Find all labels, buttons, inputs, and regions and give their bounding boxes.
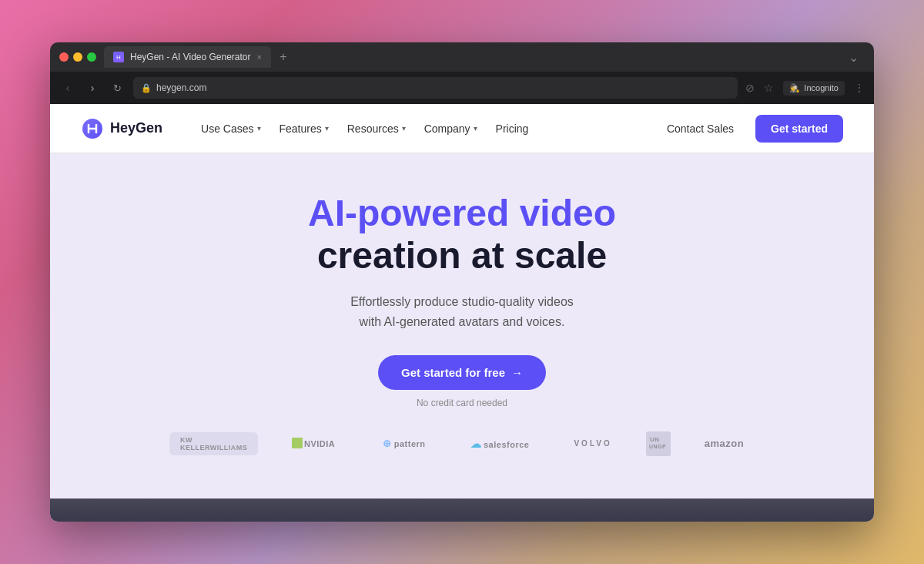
address-bar: ‹ › ↻ 🔒 heygen.com ⊘ ☆ 🕵 Incognito ⋮	[50, 72, 874, 104]
partner-logos-row: KWKELLERWILLIAMS NVIDIA ⊕pattern ☁salesf…	[169, 431, 755, 456]
logo-un: UN UNGP	[646, 431, 671, 456]
svg-text:UNGP: UNGP	[649, 444, 666, 449]
eye-off-icon[interactable]: ⊘	[745, 82, 755, 94]
tab-title: HeyGen - AI Video Generator	[130, 52, 251, 62]
hero-subtitle-line2: with AI-generated avatars and voices.	[360, 315, 565, 328]
logo-area[interactable]: HeyGen	[81, 117, 162, 140]
incognito-badge: 🕵 Incognito	[783, 81, 845, 96]
browser-more-icon[interactable]: ⋮	[854, 82, 865, 94]
title-bar: H HeyGen - AI Video Generator × + ⌄	[50, 42, 874, 72]
site-nav: HeyGen Use Cases ▾ Features ▾ Resources …	[50, 104, 874, 153]
cta-label: Get started for free	[401, 366, 505, 379]
maximize-window-button[interactable]	[87, 52, 96, 62]
hero-subtitle-line1: Effortlessly produce studio-quality vide…	[350, 295, 574, 308]
hero-section: AI-powered video creation at scale Effor…	[50, 153, 874, 499]
logo-nvidia: NVIDIA	[281, 432, 349, 455]
url-text: heygen.com	[156, 82, 206, 93]
tab-area: H HeyGen - AI Video Generator × +	[104, 46, 842, 68]
address-bar-right: ⊘ ☆ 🕵 Incognito ⋮	[745, 81, 865, 96]
incognito-icon: 🕵	[789, 83, 800, 93]
nav-features-label: Features	[280, 123, 322, 135]
use-cases-chevron-icon: ▾	[257, 124, 261, 133]
hero-subtitle: Effortlessly produce studio-quality vide…	[350, 292, 574, 331]
tab-favicon: H	[113, 52, 124, 62]
ssl-lock-icon: 🔒	[141, 83, 152, 93]
back-button[interactable]: ‹	[59, 79, 76, 96]
hero-title-purple: AI-powered video	[308, 192, 616, 234]
close-window-button[interactable]	[59, 52, 69, 62]
minimize-window-button[interactable]	[73, 52, 82, 62]
features-chevron-icon: ▾	[325, 124, 329, 133]
tab-close-button[interactable]: ×	[257, 52, 262, 62]
hero-title-dark: creation at scale	[317, 234, 607, 277]
cta-arrow-icon: →	[511, 366, 523, 379]
incognito-label: Incognito	[804, 83, 839, 92]
svg-text:NVIDIA: NVIDIA	[304, 439, 335, 448]
video-preview-peek	[50, 499, 874, 522]
logo-volvo: VOLVO	[563, 435, 622, 452]
svg-text:UN: UN	[650, 436, 660, 443]
heygen-logo-icon	[81, 117, 104, 140]
logo-text: HeyGen	[110, 120, 162, 136]
nav-resources-label: Resources	[347, 123, 399, 135]
nav-use-cases[interactable]: Use Cases ▾	[193, 118, 268, 139]
logo-pattern: ⊕pattern	[372, 434, 436, 453]
window-controls	[59, 52, 96, 62]
get-started-nav-button[interactable]: Get started	[755, 115, 843, 143]
nav-resources[interactable]: Resources ▾	[340, 118, 413, 139]
browser-tab[interactable]: H HeyGen - AI Video Generator ×	[104, 46, 271, 68]
nav-company-label: Company	[424, 123, 470, 135]
url-bar[interactable]: 🔒 heygen.com	[133, 77, 738, 99]
nav-company[interactable]: Company ▾	[417, 118, 485, 139]
nav-pricing[interactable]: Pricing	[488, 118, 537, 139]
logo-amazon: amazon	[694, 434, 755, 453]
no-credit-card-text: No credit card needed	[417, 398, 507, 408]
browser-window: H HeyGen - AI Video Generator × + ⌄ ‹ › …	[50, 42, 874, 522]
nav-use-cases-label: Use Cases	[201, 123, 253, 135]
contact-sales-button[interactable]: Contact Sales	[654, 116, 746, 141]
nav-right: Contact Sales Get started	[654, 115, 843, 143]
svg-rect-1	[292, 438, 303, 448]
logo-salesforce: ☁salesforce	[460, 434, 541, 454]
forward-button[interactable]: ›	[84, 79, 101, 96]
bookmark-icon[interactable]: ☆	[764, 82, 774, 94]
nav-features[interactable]: Features ▾	[272, 118, 336, 139]
site-content: HeyGen Use Cases ▾ Features ▾ Resources …	[50, 104, 874, 522]
browser-menu-icon[interactable]: ⌄	[842, 50, 865, 65]
nav-links: Use Cases ▾ Features ▾ Resources ▾ Compa…	[193, 118, 654, 139]
company-chevron-icon: ▾	[474, 124, 477, 133]
cta-button[interactable]: Get started for free →	[378, 355, 546, 390]
refresh-button[interactable]: ↻	[109, 79, 126, 96]
logo-kw: KWKELLERWILLIAMS	[169, 432, 258, 455]
new-tab-button[interactable]: +	[274, 48, 293, 66]
resources-chevron-icon: ▾	[402, 124, 406, 133]
